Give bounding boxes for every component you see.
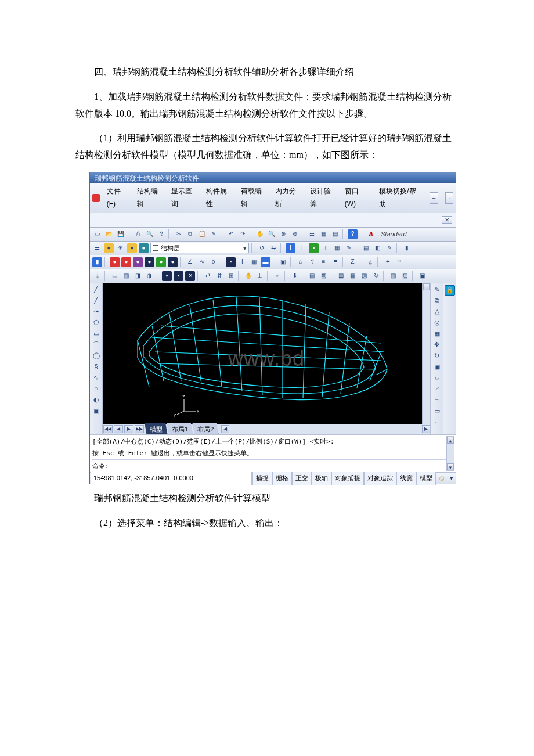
chart-icon-8[interactable]: ▨ [400,271,410,281]
status-model-toggle[interactable]: 模型 [416,471,436,485]
filter-icon[interactable]: ▿ [272,271,282,281]
pline-icon[interactable]: ⤳ [92,307,101,316]
move-icon[interactable]: ✥ [432,340,442,350]
freeze-icon[interactable]: ☀ [116,243,125,253]
publish-icon[interactable]: ⇪ [156,229,166,239]
help-icon[interactable]: ? [348,229,358,239]
model-icon-3[interactable]: ● [121,257,131,267]
draw-icon-3[interactable]: ◑ [145,271,154,281]
chart-icon-5[interactable]: ▧ [359,271,369,281]
dark-x-icon[interactable]: ✕ [185,271,195,281]
shade-icon[interactable]: ▧ [361,243,371,253]
status-lwt-toggle[interactable]: 线宽 [396,471,416,485]
draw-icon-2[interactable]: ◨ [133,271,143,281]
model-icon-5[interactable]: ● [145,257,154,267]
model-viewport[interactable]: www.bd X Z Y ◀◀ ◀ ▶ ▶▶ 模型 布局1 布局 [103,283,430,434]
draw-icon-1[interactable]: ▥ [121,271,131,281]
arc-icon[interactable]: ⌒ [92,340,101,350]
make-block-icon[interactable]: ▣ [92,406,101,416]
lock-layer-icon[interactable]: ● [127,243,137,253]
dark-sq-icon[interactable]: ▪ [226,257,236,267]
chart-icon-7[interactable]: ▥ [388,271,398,281]
insert-block-icon[interactable]: ◐ [92,395,101,405]
window-view-icon[interactable]: ▣ [278,257,288,267]
arr-icon-1[interactable]: ⇄ [203,271,212,281]
undo-icon[interactable]: ↶ [226,229,236,239]
arr-icon-3[interactable]: ⊞ [226,271,236,281]
tool-palette-icon[interactable]: ▤ [330,229,340,239]
comm-center-icon[interactable]: ☺ [436,471,448,485]
green-tool-icon[interactable]: ▪ [309,243,319,253]
grid-icon[interactable]: ▦ [249,257,259,267]
section-i-icon[interactable]: I [237,257,247,267]
zoom-rt-icon[interactable]: 🔍 [266,229,276,239]
array-icon[interactable]: ▦ [432,329,442,339]
copy-icon[interactable]: ⧉ [185,229,195,239]
trim-icon[interactable]: ⟋ [432,384,442,394]
fillet-icon[interactable]: ⌐ [432,417,442,427]
viewport-horizontal-scrollbar[interactable]: ◀ ▶ [221,425,430,433]
bell-icon[interactable]: ⍙ [365,257,375,267]
properties-icon[interactable]: ☷ [307,229,317,239]
stretch-icon[interactable]: ▱ [432,373,442,383]
tab-first-button[interactable]: ◀◀ [103,425,113,433]
model-icon-1[interactable]: ▮ [92,257,102,267]
grid-small-icon[interactable]: ▦ [332,243,342,253]
menu-struct-edit[interactable]: 结构编辑 [134,184,166,211]
circle-icon[interactable]: ◯ [92,351,101,361]
zoom-window-icon[interactable]: ⊕ [278,229,288,239]
menu-module-help[interactable]: 模块切换/帮助 [376,184,423,211]
status-snap-toggle[interactable]: 捕捉 [252,471,272,485]
layer-manager-icon[interactable]: ☰ [92,243,102,253]
light-icon[interactable]: ✎ [384,243,394,253]
eraser-icon[interactable]: ✎ [432,285,442,294]
style-icon[interactable]: A [365,229,377,239]
break-icon[interactable]: ▭ [432,406,442,416]
extend-icon[interactable]: → [432,395,442,405]
flag2-icon[interactable]: ⚐ [394,257,404,267]
arr-icon-2[interactable]: ⇵ [214,271,224,281]
model-icon-6[interactable]: ● [156,257,166,267]
zoom-prev-icon[interactable]: ⊖ [290,229,300,239]
rotate-icon[interactable]: ↻ [432,351,442,361]
menu-force-analysis[interactable]: 内力分析 [272,184,304,211]
paste-icon[interactable]: 📋 [197,229,207,239]
menu-design-check[interactable]: 设计验算 [306,184,339,211]
redo-icon[interactable]: ↷ [237,229,247,239]
h-scroll-right-button[interactable]: ▶ [422,425,430,433]
dark-sq3-icon[interactable]: ▪ [174,271,183,281]
model-icon-2[interactable]: ● [110,257,120,267]
plot-layer-icon[interactable]: ● [139,243,149,253]
chart-icon-2[interactable]: ▨ [319,271,329,281]
dark-sq2-icon[interactable]: ▪ [162,271,172,281]
slab-icon[interactable]: ▭ [110,271,120,281]
extrude-icon[interactable]: ▮ [402,243,412,253]
point-icon[interactable]: · [92,417,101,427]
status-otrack-toggle[interactable]: 对象追踪 [364,471,396,485]
open-file-icon[interactable]: 📂 [104,229,114,239]
offset-icon[interactable]: ◎ [432,318,442,327]
down-arr-icon[interactable]: ⬇ [290,271,300,281]
chart-icon-4[interactable]: ▦ [348,271,358,281]
mdi-minimize-button[interactable]: – [430,192,439,204]
print-icon[interactable]: ⎙ [133,229,143,239]
new-file-icon[interactable]: ▭ [92,229,102,239]
layer-combo[interactable]: 结构层 ▾ [150,243,249,253]
flag-icon[interactable]: ⚑ [330,257,340,267]
layer-states-icon[interactable]: ⇆ [268,243,278,253]
save-icon[interactable]: 💾 [116,229,125,239]
menu-load-edit[interactable]: 荷载编辑 [237,184,270,211]
render-icon[interactable]: ◧ [373,243,383,253]
preview-icon[interactable]: 🔍 [145,229,154,239]
star-icon[interactable]: ✦ [383,257,392,267]
lock-toggle-icon[interactable]: 🔒 [445,285,455,296]
h-scroll-left-button[interactable]: ◀ [221,425,229,433]
mdi-restore-button[interactable]: ▫ [445,192,453,204]
command-scrollbar[interactable]: ▲ ▼ [446,436,454,471]
secondary-close-button[interactable]: ✕ [442,216,452,224]
line-icon[interactable]: ╱ [92,285,101,294]
layer-prev-icon[interactable]: ↺ [257,243,266,253]
spline-icon[interactable]: § [92,362,101,372]
ibeam-icon[interactable]: I [297,243,307,253]
match-icon[interactable]: ✎ [208,229,218,239]
